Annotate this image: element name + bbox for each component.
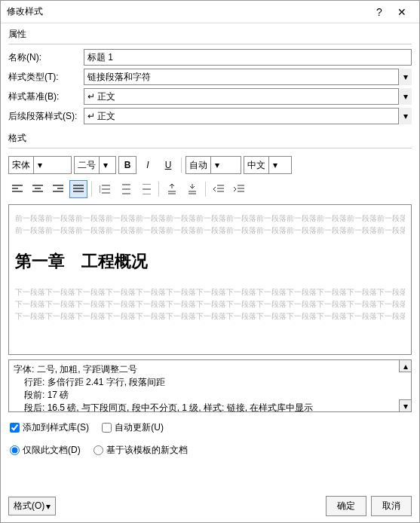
language-value: 中文 [244,159,268,172]
style-type-select[interactable] [84,69,412,85]
help-button[interactable]: ? [368,6,391,18]
template-label: 基于该模板的新文档 [106,444,188,457]
description-box: 字体: 二号, 加粗, 字距调整二号 行距: 多倍行距 2.41 字行, 段落间… [8,359,412,412]
preview-after-text: 下一段落下一段落下一段落下一段落下一段落下一段落下一段落下一段落下一段落下一段落… [15,310,405,323]
auto-update-checkbox[interactable]: 自动更新(U) [102,421,164,434]
preview-before-text: 前一段落前一段落前一段落前一段落前一段落前一段落前一段落前一段落前一段落前一段落… [15,213,405,225]
chevron-down-icon: ▾ [268,157,281,173]
italic-button[interactable]: I [139,156,157,174]
style-base-select[interactable] [84,88,412,105]
indent-increase-button[interactable] [230,180,248,198]
next-style-label: 后续段落样式(S): [8,110,84,123]
name-input[interactable] [84,49,412,66]
style-base-label: 样式基准(B): [8,90,84,103]
name-label: 名称(N): [8,51,84,64]
desc-line-1: 字体: 二号, 加粗, 字距调整二号 [14,363,406,376]
font-family-value: 宋体 [9,159,33,172]
next-style-select[interactable] [84,108,412,124]
ok-button[interactable]: 确定 [326,496,366,516]
preview-after-text: 下一段落下一段落下一段落下一段落下一段落下一段落下一段落下一段落下一段落下一段落… [15,286,405,298]
font-family-select[interactable]: 宋体▾ [8,156,72,174]
align-justify-button[interactable] [69,180,87,198]
preview-after-text: 下一段落下一段落下一段落下一段落下一段落下一段落下一段落下一段落下一段落下一段落… [15,298,405,310]
line-spacing-1-button[interactable] [96,180,114,198]
chevron-down-icon: ▾ [210,157,222,173]
format-section-label: 格式 [1,127,419,146]
add-to-gallery-checkbox[interactable]: 添加到样式库(S) [10,421,89,434]
bold-button[interactable]: B [118,156,136,174]
underline-button[interactable]: U [159,156,177,174]
dialog-title: 修改样式 [7,5,368,18]
scroll-down-button[interactable]: ▾ [399,399,411,411]
scroll-up-button[interactable]: ▴ [399,360,411,372]
font-size-select[interactable]: 二号▾ [74,156,116,174]
space-before-inc-button[interactable] [163,180,181,198]
font-color-value: 自动 [186,159,210,172]
space-before-dec-button[interactable] [183,180,201,198]
chevron-down-icon: ▾ [33,157,45,173]
desc-line-3: 段前: 17 磅 [14,389,406,402]
properties-section-label: 属性 [1,23,419,42]
chevron-down-icon: ▾ [99,157,111,173]
font-size-value: 二号 [75,159,99,172]
preview-box: 前一段落前一段落前一段落前一段落前一段落前一段落前一段落前一段落前一段落前一段落… [8,204,412,355]
format-button-label: 格式(O) [14,500,44,512]
desc-line-2: 行距: 多倍行距 2.41 字行, 段落间距 [14,376,406,389]
indent-decrease-button[interactable] [210,180,228,198]
add-to-gallery-label: 添加到样式库(S) [23,421,89,434]
auto-update-label: 自动更新(U) [115,421,164,434]
close-button[interactable]: ✕ [391,6,413,18]
desc-line-4: 段后: 16.5 磅, 与下段同页, 段中不分页, 1 级, 样式: 链接, 在… [14,402,406,412]
preview-before-text: 前一段落前一段落前一段落前一段落前一段落前一段落前一段落前一段落前一段落前一段落… [15,225,405,237]
this-document-label: 仅限此文档(D) [23,444,81,457]
chevron-down-icon: ▾ [46,501,51,512]
this-document-radio[interactable]: 仅限此文档(D) [10,444,81,457]
cancel-button[interactable]: 取消 [371,496,412,516]
language-select[interactable]: 中文▾ [244,156,292,174]
font-color-select[interactable]: 自动▾ [185,156,241,174]
align-right-button[interactable] [49,180,67,198]
align-center-button[interactable] [29,180,47,198]
align-left-button[interactable] [8,180,26,198]
line-spacing-1-5-button[interactable] [116,180,134,198]
format-dropdown-button[interactable]: 格式(O) ▾ [8,497,56,515]
template-radio[interactable]: 基于该模板的新文档 [94,444,188,457]
line-spacing-2-button[interactable] [136,180,155,198]
style-type-label: 样式类型(T): [8,71,84,84]
preview-heading: 第一章 工程概况 [15,250,405,273]
